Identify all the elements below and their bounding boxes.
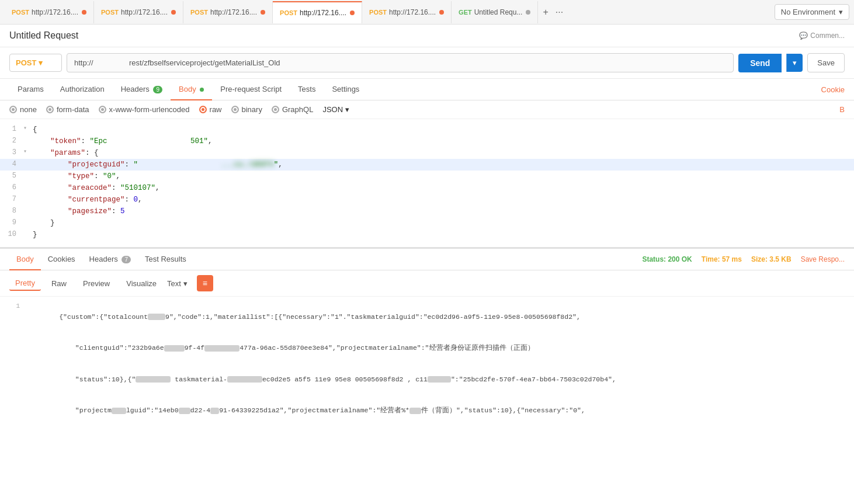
response-time: Time: 57 ms bbox=[702, 255, 742, 263]
body-binary-option[interactable]: binary bbox=[231, 105, 262, 114]
add-tab-button[interactable]: + bbox=[540, 5, 550, 20]
none-radio bbox=[9, 106, 17, 113]
comment-label: Commen... bbox=[810, 32, 845, 40]
request-tab-4[interactable]: POST http://172.16.... bbox=[273, 1, 362, 23]
body-urlencoded-option[interactable]: x-www-form-urlencoded bbox=[99, 105, 190, 114]
raw-label: raw bbox=[210, 105, 222, 114]
method-badge-3: POST bbox=[190, 9, 208, 16]
tab-headers-label: Headers bbox=[121, 85, 150, 93]
url-bar: POST ▾ Send ▾ Save bbox=[0, 47, 854, 79]
request-title-bar: Untitled Request 💬 Commen... bbox=[0, 25, 854, 47]
resp-tab-cookies[interactable]: Cookies bbox=[41, 249, 82, 270]
body-raw-option[interactable]: raw bbox=[199, 105, 222, 114]
tab-url-5: http://172.16.... bbox=[389, 8, 436, 16]
format-pretty-button[interactable]: Pretty bbox=[9, 276, 41, 291]
resp-line-5: "taeriad":"ec0d16fb-a95-8 00505698f8d2" … bbox=[9, 426, 845, 431]
resp-headers-badge: 7 bbox=[121, 256, 131, 263]
code-line-7: 7 "currentpage": 0, bbox=[0, 194, 854, 206]
resp-tab-headers[interactable]: Headers 7 bbox=[82, 249, 138, 270]
environment-dropdown[interactable]: No Environment ▾ bbox=[775, 4, 849, 20]
request-tab-6[interactable]: GET Untitled Requ... bbox=[452, 1, 538, 23]
url-input[interactable] bbox=[67, 53, 734, 72]
code-line-9: 9 } bbox=[0, 217, 854, 229]
resp-tab-body-label: Body bbox=[16, 255, 34, 263]
urlencoded-radio bbox=[99, 106, 106, 113]
format-select-chevron: ▾ bbox=[345, 105, 349, 114]
code-line-1: 1 ▾ { bbox=[0, 124, 854, 135]
request-tab-3[interactable]: POST http://172.16.... bbox=[183, 1, 273, 23]
tab-tests[interactable]: Tests bbox=[290, 79, 324, 100]
tab-authorization-label: Authorization bbox=[60, 85, 105, 93]
tab-headers[interactable]: Headers 9 bbox=[113, 79, 171, 100]
form-data-radio bbox=[46, 106, 54, 113]
tab-pre-request[interactable]: Pre-request Script bbox=[212, 79, 290, 100]
format-preview-button[interactable]: Preview bbox=[77, 277, 116, 290]
graphql-radio bbox=[272, 106, 279, 113]
comment-button[interactable]: 💬 Commen... bbox=[799, 32, 845, 40]
body-type-bar: none form-data x-www-form-urlencoded raw… bbox=[0, 100, 854, 119]
binary-radio bbox=[231, 106, 239, 113]
tab-dot-5 bbox=[439, 10, 444, 15]
resp-tab-body[interactable]: Body bbox=[9, 249, 41, 270]
format-select-label: JSON bbox=[322, 105, 343, 114]
save-response-button[interactable]: Save Respo... bbox=[801, 255, 845, 263]
request-tab-1[interactable]: POST http://172.16.... bbox=[5, 1, 94, 23]
tab-body[interactable]: Body bbox=[171, 79, 212, 100]
format-raw-button[interactable]: Raw bbox=[46, 277, 72, 290]
body-dot-badge bbox=[200, 88, 204, 92]
code-line-3: 3 ▾ "params": { bbox=[0, 147, 854, 159]
resp-format-select[interactable]: Text ▾ bbox=[167, 279, 188, 288]
bulk-edit-link[interactable]: B bbox=[839, 105, 845, 114]
more-tabs-button[interactable]: ··· bbox=[553, 5, 565, 20]
resp-tab-test-results[interactable]: Test Results bbox=[138, 249, 193, 270]
method-badge-2: POST bbox=[101, 9, 119, 16]
tab-actions: + ··· bbox=[540, 5, 565, 20]
body-form-data-option[interactable]: form-data bbox=[46, 105, 89, 114]
tab-settings[interactable]: Settings bbox=[324, 79, 367, 100]
method-badge-4: POST bbox=[280, 9, 297, 16]
wrap-button[interactable]: ≡ bbox=[197, 275, 213, 291]
method-badge-1: POST bbox=[12, 9, 29, 16]
cookie-link[interactable]: Cookie bbox=[821, 85, 845, 94]
format-visualize-button[interactable]: Visualize bbox=[120, 277, 162, 290]
tab-url-2: http://172.16.... bbox=[121, 8, 168, 16]
request-tab-5[interactable]: POST http://172.16.... bbox=[362, 1, 452, 23]
headers-badge: 9 bbox=[153, 86, 162, 93]
env-selector: No Environment ▾ bbox=[775, 4, 849, 20]
tab-pre-request-label: Pre-request Script bbox=[220, 85, 282, 93]
tab-url-6: Untitled Requ... bbox=[474, 8, 523, 16]
resp-line-1: 1 {"custom":{"totalcount9","code":1,"mat… bbox=[9, 301, 845, 332]
body-graphql-option[interactable]: GraphQL bbox=[272, 105, 313, 114]
comment-icon: 💬 bbox=[799, 32, 808, 40]
request-tab-2[interactable]: POST http://172.16.... bbox=[94, 1, 183, 23]
format-select-dropdown[interactable]: JSON ▾ bbox=[322, 105, 349, 114]
code-line-8: 8 "pagesize": 5 bbox=[0, 206, 854, 217]
send-button[interactable]: Send bbox=[738, 54, 782, 72]
code-line-10: 10 } bbox=[0, 229, 854, 241]
tab-dot-3 bbox=[261, 10, 265, 15]
none-label: none bbox=[20, 105, 37, 114]
resp-tab-headers-label: Headers bbox=[89, 255, 118, 263]
resp-line-2: "clientguid":"232b9a6e9f-4f477a-96ac-55d… bbox=[9, 332, 845, 363]
env-label: No Environment bbox=[781, 8, 835, 16]
tab-params[interactable]: Params bbox=[9, 79, 52, 100]
send-dropdown-button[interactable]: ▾ bbox=[786, 54, 803, 72]
chevron-down-icon: ▾ bbox=[839, 8, 843, 16]
body-none-option[interactable]: none bbox=[9, 105, 37, 114]
tab-bar: POST http://172.16.... POST http://172.1… bbox=[0, 0, 854, 25]
code-line-4: 4 "projectguid": " ...cu./d60f4", bbox=[0, 159, 854, 171]
tab-settings-label: Settings bbox=[332, 85, 359, 93]
response-status-bar: Status: 200 OK Time: 57 ms Size: 3.5 KB … bbox=[642, 255, 845, 263]
method-select[interactable]: POST ▾ bbox=[9, 54, 62, 72]
save-button[interactable]: Save bbox=[807, 53, 845, 72]
response-format-bar: Pretty Raw Preview Visualize Text ▾ ≡ bbox=[0, 270, 854, 297]
tab-authorization[interactable]: Authorization bbox=[52, 79, 113, 100]
method-badge-6: GET bbox=[459, 9, 472, 16]
resp-format-label: Text bbox=[167, 279, 181, 288]
tab-dot-4 bbox=[350, 11, 355, 15]
code-editor: 1 ▾ { 2 "token": "Epc 501", 3 ▾ "params"… bbox=[0, 119, 854, 248]
tab-dot-6 bbox=[526, 10, 530, 15]
code-line-5: 5 "type": "0", bbox=[0, 171, 854, 182]
response-section: Body Cookies Headers 7 Test Results Stat… bbox=[0, 248, 854, 431]
code-line-6: 6 "areacode": "510107", bbox=[0, 182, 854, 194]
